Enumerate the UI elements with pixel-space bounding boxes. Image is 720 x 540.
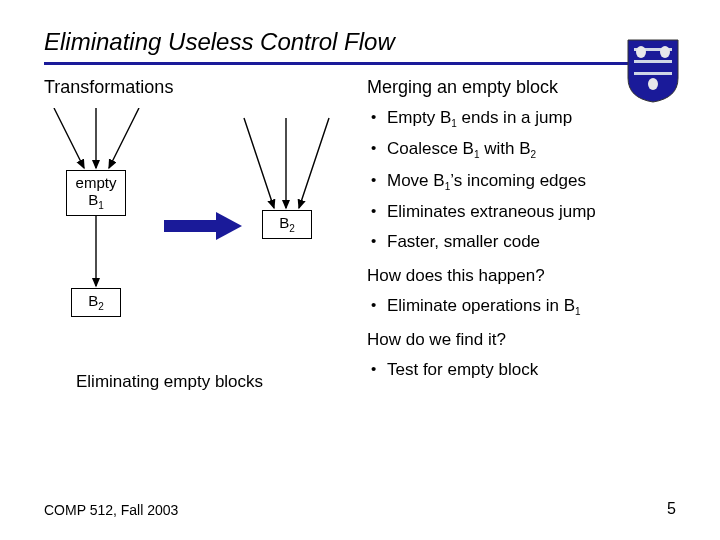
bullet-3: Move B1’s incoming edges [367, 171, 676, 192]
diagram-area: empty B1 B2 B2 [44, 108, 359, 368]
svg-rect-2 [634, 72, 672, 75]
svg-line-8 [109, 108, 139, 168]
left-column: Transformations [44, 77, 359, 392]
node-b2-right-sub: 2 [289, 223, 295, 234]
svg-line-12 [244, 118, 274, 208]
footer-course: COMP 512, Fall 2003 [44, 502, 178, 518]
merge-bullets: Empty B1 ends in a jump Coalesce B1 with… [367, 108, 676, 252]
bullet-2: Coalesce B1 with B2 [367, 139, 676, 160]
footer-page-number: 5 [667, 500, 676, 518]
bullet-1: Empty B1 ends in a jump [367, 108, 676, 129]
transformations-heading: Transformations [44, 77, 359, 98]
content-columns: Transformations [44, 77, 676, 392]
node-b1-line1: empty [76, 174, 117, 191]
node-b2-left: B2 [71, 288, 121, 317]
node-b1-base: B [88, 191, 98, 208]
q1-bullets: Eliminate operations in B1 [367, 296, 676, 317]
title-divider [44, 62, 676, 65]
slide-title: Eliminating Useless Control Flow [44, 28, 676, 56]
question-1: How does this happen? [367, 266, 676, 286]
svg-point-3 [636, 46, 646, 58]
node-b1: empty B1 [66, 170, 126, 216]
q2-bullets: Test for empty block [367, 360, 676, 380]
node-b2-right-base: B [279, 214, 289, 231]
node-b2-right: B2 [262, 210, 312, 239]
svg-point-5 [648, 78, 658, 90]
bullet-5: Faster, smaller code [367, 232, 676, 252]
node-b2-left-base: B [88, 292, 98, 309]
right-column: Merging an empty block Empty B1 ends in … [367, 77, 676, 392]
svg-line-6 [54, 108, 84, 168]
node-b1-sub: 1 [98, 200, 104, 211]
svg-point-4 [660, 46, 670, 58]
university-crest [626, 38, 680, 104]
slide-container: Eliminating Useless Control Flow Transfo… [0, 0, 720, 540]
question-2: How do we find it? [367, 330, 676, 350]
svg-marker-11 [216, 212, 242, 240]
svg-rect-1 [634, 60, 672, 63]
q2-bullet: Test for empty block [367, 360, 676, 380]
q1-bullet: Eliminate operations in B1 [367, 296, 676, 317]
svg-line-14 [299, 118, 329, 208]
bullet-4: Eliminates extraneous jump [367, 202, 676, 222]
node-b2-left-sub: 2 [98, 301, 104, 312]
diagram-caption: Eliminating empty blocks [76, 372, 359, 392]
